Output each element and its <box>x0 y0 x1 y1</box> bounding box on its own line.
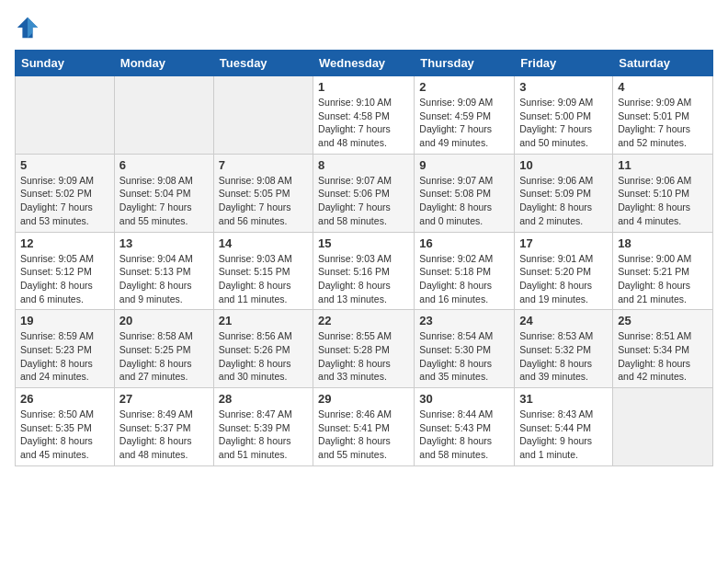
calendar-cell: 26Sunrise: 8:50 AM Sunset: 5:35 PM Dayli… <box>16 388 115 466</box>
calendar-cell: 27Sunrise: 8:49 AM Sunset: 5:37 PM Dayli… <box>114 388 213 466</box>
day-info: Sunrise: 9:06 AM Sunset: 5:10 PM Dayligh… <box>618 174 708 228</box>
calendar-cell: 24Sunrise: 8:53 AM Sunset: 5:32 PM Dayli… <box>515 310 613 388</box>
day-info: Sunrise: 8:51 AM Sunset: 5:34 PM Dayligh… <box>618 329 708 384</box>
calendar-week-row: 26Sunrise: 8:50 AM Sunset: 5:35 PM Dayli… <box>16 388 713 466</box>
day-info: Sunrise: 8:59 AM Sunset: 5:23 PM Dayligh… <box>20 329 109 384</box>
calendar-cell <box>114 76 213 155</box>
day-info: Sunrise: 8:46 AM Sunset: 5:41 PM Dayligh… <box>318 408 409 462</box>
day-number: 14 <box>219 236 308 250</box>
day-info: Sunrise: 8:47 AM Sunset: 5:39 PM Dayligh… <box>219 408 308 462</box>
day-info: Sunrise: 9:10 AM Sunset: 4:58 PM Dayligh… <box>318 96 409 150</box>
calendar-cell: 22Sunrise: 8:55 AM Sunset: 5:28 PM Dayli… <box>313 310 415 388</box>
day-info: Sunrise: 9:07 AM Sunset: 5:08 PM Dayligh… <box>419 174 509 228</box>
calendar-cell: 13Sunrise: 9:04 AM Sunset: 5:13 PM Dayli… <box>114 232 213 310</box>
day-info: Sunrise: 8:49 AM Sunset: 5:37 PM Dayligh… <box>119 408 209 462</box>
day-number: 28 <box>219 392 308 406</box>
day-number: 1 <box>318 80 409 94</box>
day-info: Sunrise: 8:56 AM Sunset: 5:26 PM Dayligh… <box>219 329 308 384</box>
day-number: 12 <box>20 236 109 250</box>
day-number: 31 <box>519 392 608 406</box>
calendar-cell: 3Sunrise: 9:09 AM Sunset: 5:00 PM Daylig… <box>515 76 613 155</box>
day-header-thursday: Thursday <box>415 51 515 76</box>
page-header <box>15 15 713 40</box>
calendar-header-row: SundayMondayTuesdayWednesdayThursdayFrid… <box>16 51 713 76</box>
calendar-cell: 30Sunrise: 8:44 AM Sunset: 5:43 PM Dayli… <box>415 388 515 466</box>
day-header-tuesday: Tuesday <box>213 51 313 76</box>
day-info: Sunrise: 9:04 AM Sunset: 5:13 PM Dayligh… <box>119 252 209 306</box>
logo <box>15 15 44 40</box>
day-number: 21 <box>219 314 308 327</box>
calendar-week-row: 12Sunrise: 9:05 AM Sunset: 5:12 PM Dayli… <box>16 232 713 310</box>
day-number: 10 <box>519 158 608 172</box>
calendar-cell: 23Sunrise: 8:54 AM Sunset: 5:30 PM Dayli… <box>415 310 515 388</box>
day-info: Sunrise: 8:58 AM Sunset: 5:25 PM Dayligh… <box>119 329 209 384</box>
day-number: 9 <box>419 158 509 172</box>
day-info: Sunrise: 9:09 AM Sunset: 5:01 PM Dayligh… <box>618 96 708 150</box>
calendar-cell: 12Sunrise: 9:05 AM Sunset: 5:12 PM Dayli… <box>16 232 115 310</box>
day-number: 22 <box>318 314 409 327</box>
calendar-cell: 18Sunrise: 9:00 AM Sunset: 5:21 PM Dayli… <box>613 232 713 310</box>
day-number: 23 <box>419 314 509 327</box>
day-info: Sunrise: 9:01 AM Sunset: 5:20 PM Dayligh… <box>519 252 608 306</box>
day-info: Sunrise: 9:05 AM Sunset: 5:12 PM Dayligh… <box>20 252 109 306</box>
calendar-cell: 25Sunrise: 8:51 AM Sunset: 5:34 PM Dayli… <box>613 310 713 388</box>
calendar-cell: 19Sunrise: 8:59 AM Sunset: 5:23 PM Dayli… <box>16 310 115 388</box>
calendar-cell: 9Sunrise: 9:07 AM Sunset: 5:08 PM Daylig… <box>415 154 515 232</box>
day-number: 20 <box>119 314 209 327</box>
day-info: Sunrise: 8:54 AM Sunset: 5:30 PM Dayligh… <box>419 329 509 384</box>
day-info: Sunrise: 9:00 AM Sunset: 5:21 PM Dayligh… <box>618 252 708 306</box>
day-info: Sunrise: 9:03 AM Sunset: 5:15 PM Dayligh… <box>219 252 308 306</box>
day-number: 30 <box>419 392 509 406</box>
calendar-cell: 29Sunrise: 8:46 AM Sunset: 5:41 PM Dayli… <box>313 388 415 466</box>
calendar-cell: 17Sunrise: 9:01 AM Sunset: 5:20 PM Dayli… <box>515 232 613 310</box>
calendar-week-row: 19Sunrise: 8:59 AM Sunset: 5:23 PM Dayli… <box>16 310 713 388</box>
calendar-cell: 14Sunrise: 9:03 AM Sunset: 5:15 PM Dayli… <box>213 232 313 310</box>
day-info: Sunrise: 8:55 AM Sunset: 5:28 PM Dayligh… <box>318 329 409 384</box>
day-number: 15 <box>318 236 409 250</box>
day-info: Sunrise: 8:43 AM Sunset: 5:44 PM Dayligh… <box>519 408 608 462</box>
day-number: 7 <box>219 158 308 172</box>
calendar-cell: 10Sunrise: 9:06 AM Sunset: 5:09 PM Dayli… <box>515 154 613 232</box>
day-info: Sunrise: 8:53 AM Sunset: 5:32 PM Dayligh… <box>519 329 608 384</box>
day-header-friday: Friday <box>515 51 613 76</box>
day-info: Sunrise: 9:03 AM Sunset: 5:16 PM Dayligh… <box>318 252 409 306</box>
calendar-cell: 7Sunrise: 9:08 AM Sunset: 5:05 PM Daylig… <box>213 154 313 232</box>
day-number: 24 <box>519 314 608 327</box>
day-number: 5 <box>20 158 109 172</box>
calendar-week-row: 5Sunrise: 9:09 AM Sunset: 5:02 PM Daylig… <box>16 154 713 232</box>
day-number: 17 <box>519 236 608 250</box>
day-header-wednesday: Wednesday <box>313 51 415 76</box>
day-info: Sunrise: 9:06 AM Sunset: 5:09 PM Dayligh… <box>519 174 608 228</box>
calendar-cell: 16Sunrise: 9:02 AM Sunset: 5:18 PM Dayli… <box>415 232 515 310</box>
calendar-cell: 20Sunrise: 8:58 AM Sunset: 5:25 PM Dayli… <box>114 310 213 388</box>
calendar-cell: 31Sunrise: 8:43 AM Sunset: 5:44 PM Dayli… <box>515 388 613 466</box>
day-number: 2 <box>419 80 509 94</box>
day-number: 16 <box>419 236 509 250</box>
calendar-cell: 4Sunrise: 9:09 AM Sunset: 5:01 PM Daylig… <box>613 76 713 155</box>
day-number: 11 <box>618 158 708 172</box>
calendar-week-row: 1Sunrise: 9:10 AM Sunset: 4:58 PM Daylig… <box>16 76 713 155</box>
logo-icon <box>15 15 40 40</box>
day-info: Sunrise: 9:02 AM Sunset: 5:18 PM Dayligh… <box>419 252 509 306</box>
day-number: 8 <box>318 158 409 172</box>
calendar-cell: 21Sunrise: 8:56 AM Sunset: 5:26 PM Dayli… <box>213 310 313 388</box>
day-number: 6 <box>119 158 209 172</box>
calendar-cell: 15Sunrise: 9:03 AM Sunset: 5:16 PM Dayli… <box>313 232 415 310</box>
day-info: Sunrise: 9:08 AM Sunset: 5:05 PM Dayligh… <box>219 174 308 228</box>
day-number: 19 <box>20 314 109 327</box>
calendar-cell: 2Sunrise: 9:09 AM Sunset: 4:59 PM Daylig… <box>415 76 515 155</box>
calendar-cell: 8Sunrise: 9:07 AM Sunset: 5:06 PM Daylig… <box>313 154 415 232</box>
calendar-cell <box>213 76 313 155</box>
calendar-cell <box>613 388 713 466</box>
day-info: Sunrise: 9:07 AM Sunset: 5:06 PM Dayligh… <box>318 174 409 228</box>
calendar-cell: 11Sunrise: 9:06 AM Sunset: 5:10 PM Dayli… <box>613 154 713 232</box>
day-number: 18 <box>618 236 708 250</box>
day-number: 27 <box>119 392 209 406</box>
day-number: 26 <box>20 392 109 406</box>
day-info: Sunrise: 9:08 AM Sunset: 5:04 PM Dayligh… <box>119 174 209 228</box>
day-info: Sunrise: 9:09 AM Sunset: 5:00 PM Dayligh… <box>519 96 608 150</box>
day-number: 3 <box>519 80 608 94</box>
day-header-monday: Monday <box>114 51 213 76</box>
calendar-cell <box>16 76 115 155</box>
day-number: 4 <box>618 80 708 94</box>
